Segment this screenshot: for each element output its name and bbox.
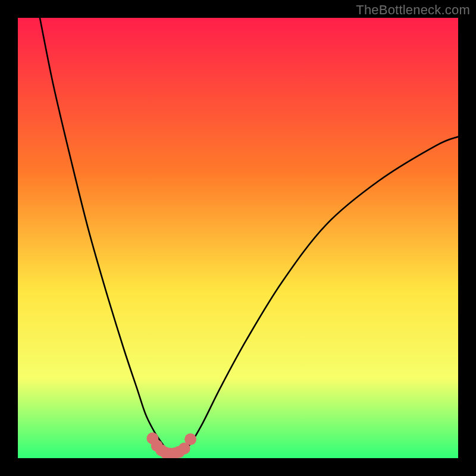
gradient-background [18, 18, 458, 458]
valley-marker [184, 433, 196, 445]
watermark-text: TheBottleneck.com [356, 2, 470, 18]
chart-frame: TheBottleneck.com [0, 0, 476, 476]
plot-area [18, 18, 458, 458]
bottleneck-chart [18, 18, 458, 458]
